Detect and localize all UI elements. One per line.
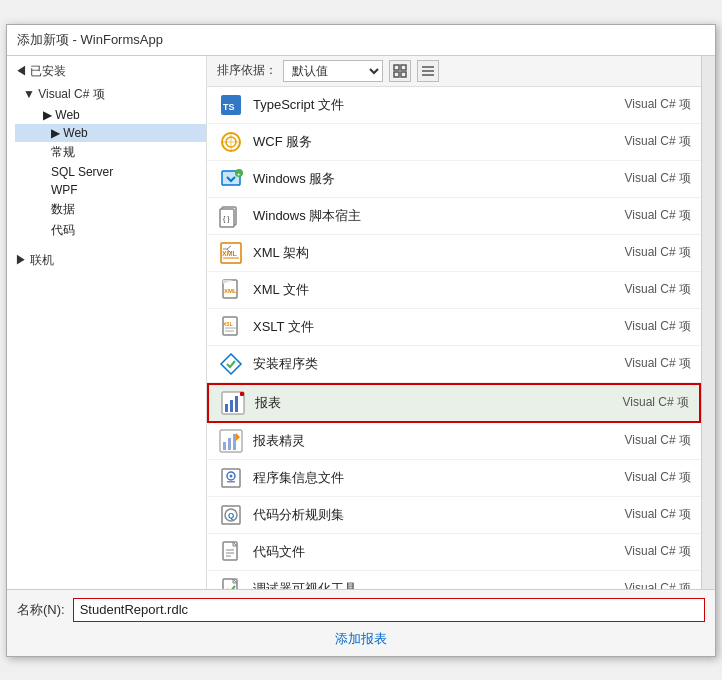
dialog-body: ◀ 已安装 ▼ Visual C# 项 ▶ Web ▶ Web 常规 SQL S… — [7, 56, 715, 656]
installer-label: 安装程序类 — [253, 355, 603, 373]
add-report-link[interactable]: 添加报表 — [331, 627, 391, 650]
svg-text:+: + — [237, 170, 241, 176]
wcf-label: WCF 服务 — [253, 133, 603, 151]
name-label: 名称(N): — [17, 601, 65, 619]
svg-text:XML: XML — [224, 288, 237, 294]
list-item-windows-service[interactable]: + Windows 服务 Visual C# 项 — [207, 161, 701, 198]
sidebar-item-normal[interactable]: 常规 — [15, 142, 206, 163]
sidebar-item-sql-server[interactable]: SQL Server — [15, 163, 206, 181]
svg-rect-0 — [394, 65, 399, 70]
connection-label: ▶ 联机 — [15, 252, 54, 269]
item-list: TS TypeScript 文件 Visual C# 项 WCF 服务 Visu… — [207, 87, 701, 589]
list-view-button[interactable] — [417, 60, 439, 82]
add-link-container: 添加报表 — [17, 630, 705, 648]
windows-script-category: Visual C# 项 — [611, 207, 691, 224]
xml-arch-category: Visual C# 项 — [611, 244, 691, 261]
dialog-title: 添加新项 - WinFormsApp — [17, 32, 163, 47]
main-area: ◀ 已安装 ▼ Visual C# 项 ▶ Web ▶ Web 常规 SQL S… — [7, 56, 715, 589]
assembly-category: Visual C# 项 — [611, 469, 691, 486]
typescript-icon: TS — [217, 91, 245, 119]
list-item-code-analysis[interactable]: Q 代码分析规则集 Visual C# 项 — [207, 497, 701, 534]
typescript-label: TypeScript 文件 — [253, 96, 603, 114]
typescript-category: Visual C# 项 — [611, 96, 691, 113]
svg-text:XSL: XSL — [223, 321, 233, 327]
list-item-installer[interactable]: 安装程序类 Visual C# 项 — [207, 346, 701, 383]
scrollbar[interactable] — [701, 56, 715, 589]
windows-service-icon: + — [217, 165, 245, 193]
svg-text:{ }: { } — [223, 215, 230, 223]
svg-text:TS: TS — [223, 102, 235, 112]
list-item-report-wizard[interactable]: 报表精灵 Visual C# 项 — [207, 423, 701, 460]
code-analysis-label: 代码分析规则集 — [253, 506, 603, 524]
installed-section[interactable]: ◀ 已安装 — [7, 60, 206, 83]
xml-arch-icon: XML — [217, 239, 245, 267]
connection-section[interactable]: ▶ 联机 — [7, 249, 206, 272]
grid-view-button[interactable] — [389, 60, 411, 82]
xml-file-label: XML 文件 — [253, 281, 603, 299]
svg-rect-2 — [394, 72, 399, 77]
sidebar-item-wpf[interactable]: WPF — [15, 181, 206, 199]
list-item-code-file[interactable]: 代码文件 Visual C# 项 — [207, 534, 701, 571]
code-file-label: 代码文件 — [253, 543, 603, 561]
svg-point-41 — [230, 474, 233, 477]
sort-select[interactable]: 默认值 — [283, 60, 383, 82]
xslt-icon: XSL — [217, 313, 245, 341]
sidebar-item-web[interactable]: ▶ Web — [15, 106, 206, 124]
code-file-icon — [217, 538, 245, 566]
installer-icon — [217, 350, 245, 378]
name-row: 名称(N): — [17, 598, 705, 622]
svg-rect-33 — [235, 396, 238, 412]
windows-service-label: Windows 服务 — [253, 170, 603, 188]
sidebar-item-data[interactable]: 数据 — [15, 199, 206, 220]
toolbar-row: 排序依据： 默认值 — [207, 56, 701, 87]
code-analysis-category: Visual C# 项 — [611, 506, 691, 523]
bottom-bar: 名称(N): 添加报表 — [7, 589, 715, 656]
list-icon — [421, 64, 435, 78]
xslt-label: XSLT 文件 — [253, 318, 603, 336]
svg-text:Q: Q — [228, 511, 234, 520]
sidebar: ◀ 已安装 ▼ Visual C# 项 ▶ Web ▶ Web 常规 SQL S… — [7, 56, 207, 589]
sidebar-item-windows-forms[interactable]: ▶ Web — [15, 124, 206, 142]
list-item-windows-script[interactable]: { } Windows 脚本宿主 Visual C# 项 — [207, 198, 701, 235]
list-item-xslt[interactable]: XSL XSLT 文件 Visual C# 项 — [207, 309, 701, 346]
installer-category: Visual C# 项 — [611, 355, 691, 372]
report-icon — [219, 389, 247, 417]
list-item-report[interactable]: 报表 Visual C# 项 — [207, 383, 701, 423]
debugger-category: Visual C# 项 — [611, 580, 691, 589]
content-area: 排序依据： 默认值 — [207, 56, 701, 589]
visual-csharp-section[interactable]: ▼ Visual C# 项 — [7, 83, 206, 106]
svg-rect-32 — [230, 400, 233, 412]
grid-icon — [393, 64, 407, 78]
list-item-xml-file[interactable]: XML XML 文件 Visual C# 项 — [207, 272, 701, 309]
report-label: 报表 — [255, 394, 601, 412]
sidebar-item-code[interactable]: 代码 — [15, 220, 206, 241]
installed-label: ◀ 已安装 — [15, 63, 66, 80]
windows-service-category: Visual C# 项 — [611, 170, 691, 187]
list-item-wcf[interactable]: WCF 服务 Visual C# 项 — [207, 124, 701, 161]
report-wizard-icon — [217, 427, 245, 455]
list-item-typescript[interactable]: TS TypeScript 文件 Visual C# 项 — [207, 87, 701, 124]
svg-rect-3 — [401, 72, 406, 77]
code-file-category: Visual C# 项 — [611, 543, 691, 560]
xml-file-icon: XML — [217, 276, 245, 304]
debugger-icon — [217, 575, 245, 589]
sort-label: 排序依据： — [217, 62, 277, 79]
svg-rect-34 — [240, 392, 244, 396]
name-input[interactable] — [73, 598, 705, 622]
xml-file-category: Visual C# 项 — [611, 281, 691, 298]
title-bar: 添加新项 - WinFormsApp — [7, 25, 715, 56]
report-category: Visual C# 项 — [609, 394, 689, 411]
xslt-category: Visual C# 项 — [611, 318, 691, 335]
windows-script-label: Windows 脚本宿主 — [253, 207, 603, 225]
list-item-debugger[interactable]: 调试器可视化工具 Visual C# 项 — [207, 571, 701, 589]
debugger-label: 调试器可视化工具 — [253, 580, 603, 589]
svg-line-23 — [227, 246, 231, 249]
list-item-xml-arch[interactable]: XML XML 架构 Visual C# 项 — [207, 235, 701, 272]
svg-rect-36 — [223, 442, 226, 450]
code-analysis-icon: Q — [217, 501, 245, 529]
svg-rect-42 — [227, 481, 235, 483]
visual-csharp-label: ▼ Visual C# 项 — [23, 86, 105, 103]
wcf-category: Visual C# 项 — [611, 133, 691, 150]
list-item-assembly[interactable]: 程序集信息文件 Visual C# 项 — [207, 460, 701, 497]
report-wizard-label: 报表精灵 — [253, 432, 603, 450]
